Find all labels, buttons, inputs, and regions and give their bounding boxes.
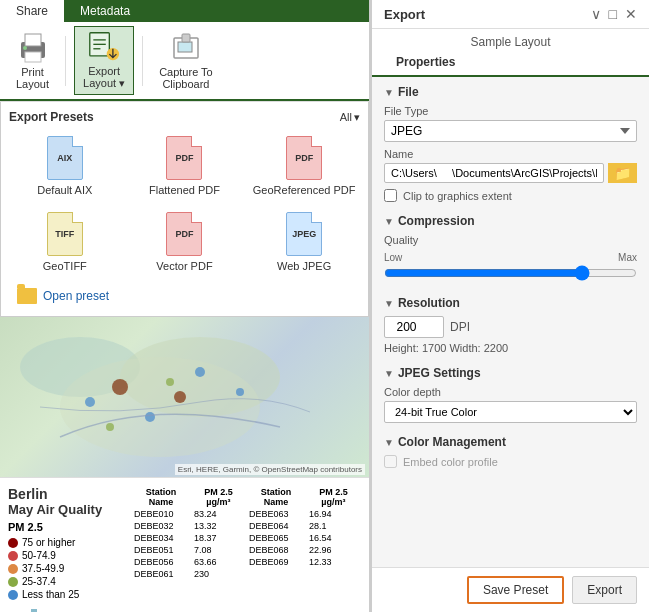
clip-graphics-checkbox[interactable] — [384, 189, 397, 202]
capture-icon-svg — [170, 32, 202, 64]
tab-properties[interactable]: Properties — [384, 49, 467, 77]
save-preset-button[interactable]: Save Preset — [467, 576, 564, 604]
tiff-file-icon: TIFF — [47, 212, 83, 256]
svg-point-3 — [23, 46, 27, 50]
table-row: DEBE03418.37DEBE06516.54 — [131, 532, 361, 544]
compression-section-title: Compression — [398, 214, 475, 228]
embed-color-label: Embed color profile — [403, 456, 498, 468]
map-area: Esri, HERE, Garmin, © OpenStreetMap cont… — [0, 317, 369, 477]
preset-grid: AIX Default AIX PDF Flattened PDF PDF Ge… — [9, 132, 360, 276]
legend-label-1: 75 or higher — [22, 537, 75, 548]
legend-dot-3 — [8, 564, 18, 574]
preset-vector-pdf[interactable]: PDF Vector PDF — [129, 208, 241, 276]
resolution-chevron-icon: ▼ — [384, 298, 394, 309]
legend-item-4: 25-37.4 — [8, 576, 123, 587]
georefpdf-file-icon: PDF — [286, 136, 322, 180]
minimize-button[interactable]: ∨ — [591, 6, 601, 22]
color-depth-label: Color depth — [384, 386, 637, 398]
float-button[interactable]: □ — [609, 6, 617, 22]
capture-clipboard-button[interactable]: Capture ToClipboard — [151, 28, 221, 94]
color-management-title: Color Management — [398, 435, 506, 449]
ribbon-divider-1 — [65, 36, 66, 86]
preset-georef-pdf[interactable]: PDF GeoReferenced PDF — [248, 132, 360, 200]
svg-point-18 — [195, 367, 205, 377]
flatpdf-file-icon: PDF — [166, 136, 202, 180]
dimension-info: Height: 1700 Width: 2200 — [384, 342, 637, 354]
quality-label: Quality — [384, 234, 637, 246]
export-panel: Export ∨ □ ✕ Sample Layout Properties ▼ … — [370, 0, 649, 612]
color-depth-select[interactable]: 24-bit True Color 8-bit 32-bit — [384, 401, 637, 423]
all-button[interactable]: All ▾ — [340, 111, 360, 124]
name-input[interactable] — [384, 163, 604, 183]
svg-point-21 — [106, 423, 114, 431]
legend-title: PM 2.5 — [8, 521, 123, 533]
map-svg — [0, 317, 369, 477]
clip-graphics-label: Clip to graphics extent — [403, 190, 512, 202]
preset-aix-label: Default AIX — [37, 184, 92, 196]
jpeg-settings-title: JPEG Settings — [398, 366, 481, 380]
capture-clipboard-label: Capture ToClipboard — [159, 66, 213, 90]
resolution-section-header[interactable]: ▼ Resolution — [384, 296, 637, 310]
dpi-input[interactable] — [384, 316, 444, 338]
compression-section-header[interactable]: ▼ Compression — [384, 214, 637, 228]
export-layout-button[interactable]: ExportLayout ▾ — [74, 26, 134, 95]
preset-default-aix[interactable]: AIX Default AIX — [9, 132, 121, 200]
export-button[interactable]: Export — [572, 576, 637, 604]
preset-georefpdf-label: GeoReferenced PDF — [253, 184, 356, 196]
clip-graphics-row: Clip to graphics extent — [384, 189, 637, 202]
open-preset-item[interactable]: Open preset — [9, 284, 360, 308]
legend-item-2: 50-74.9 — [8, 550, 123, 561]
tab-share[interactable]: Share — [0, 0, 64, 22]
preset-flattened-pdf[interactable]: PDF Flattened PDF — [129, 132, 241, 200]
file-type-select[interactable]: JPEG PDF PNG TIFF SVG AIX — [384, 120, 637, 142]
preset-geotiff[interactable]: TIFF GeoTIFF — [9, 208, 121, 276]
tab-metadata[interactable]: Metadata — [64, 0, 146, 22]
legend-item-3: 37.5-49.9 — [8, 563, 123, 574]
slider-high-label: Max — [618, 252, 637, 263]
svg-rect-2 — [25, 52, 41, 62]
quality-slider-container: Low Max — [384, 252, 637, 284]
col-pm2: PM 2.5 µg/m³ — [306, 486, 361, 508]
dpi-label: DPI — [450, 320, 470, 334]
print-layout-button[interactable]: PrintLayout — [8, 28, 57, 94]
quality-slider[interactable] — [384, 265, 637, 281]
svg-point-20 — [236, 388, 244, 396]
jpeg-settings-header[interactable]: ▼ JPEG Settings — [384, 366, 637, 380]
dpi-row: DPI — [384, 316, 637, 338]
col-station1: Station Name — [131, 486, 191, 508]
table-row: DEBE061230 — [131, 568, 361, 580]
svg-rect-10 — [178, 42, 192, 52]
svg-point-19 — [145, 412, 155, 422]
file-section-header[interactable]: ▼ File — [384, 85, 637, 99]
svg-point-17 — [85, 397, 95, 407]
preset-web-jpeg[interactable]: JPEG Web JPEG — [248, 208, 360, 276]
legend-label-4: 25-37.4 — [22, 576, 56, 587]
table-row: DEBE01083.24DEBE06316.94 — [131, 508, 361, 520]
jpeg-settings-section: ▼ JPEG Settings Color depth 24-bit True … — [384, 366, 637, 423]
file-type-label: File Type — [384, 105, 637, 117]
map-placeholder: Esri, HERE, Garmin, © OpenStreetMap cont… — [0, 317, 369, 477]
legend-label-5: Less than 25 — [22, 589, 79, 600]
export-icon-svg — [88, 29, 120, 65]
close-button[interactable]: ✕ — [625, 6, 637, 22]
resolution-section-title: Resolution — [398, 296, 460, 310]
map-city-title: Berlin — [8, 486, 123, 502]
legend-dot-1 — [8, 538, 18, 548]
preset-title: Export Presets — [9, 110, 94, 124]
aix-file-icon: AIX — [47, 136, 83, 180]
panel-tabs: Properties — [372, 49, 649, 77]
col-station2: Station Name — [246, 486, 306, 508]
file-section-title: File — [398, 85, 419, 99]
export-layout-label: ExportLayout ▾ — [83, 65, 125, 90]
print-icon-svg — [17, 32, 49, 64]
browse-folder-button[interactable]: 📁 — [608, 163, 637, 183]
embed-color-checkbox[interactable] — [384, 455, 397, 468]
bottom-info: Berlin May Air Quality PM 2.5 75 or high… — [0, 477, 369, 612]
bar-chart — [8, 604, 68, 612]
color-management-header[interactable]: ▼ Color Management — [384, 435, 637, 449]
export-header: Export ∨ □ ✕ — [372, 0, 649, 29]
compression-chevron-icon: ▼ — [384, 216, 394, 227]
jpeg-chevron-icon: ▼ — [384, 368, 394, 379]
table-area: Station Name PM 2.5 µg/m³ Station Name P… — [131, 486, 361, 580]
table-row: DEBE0517.08DEBE06822.96 — [131, 544, 361, 556]
